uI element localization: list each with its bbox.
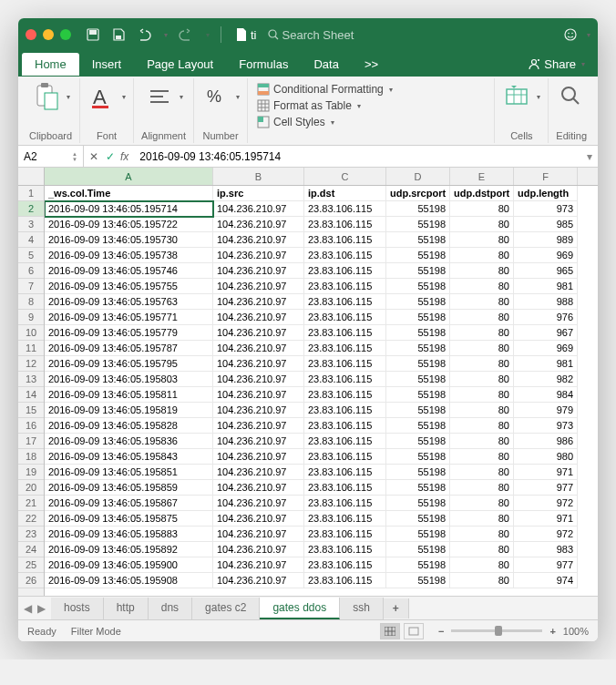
row-header[interactable]: 26 (18, 573, 44, 588)
row-header[interactable]: 3 (18, 217, 44, 232)
cell[interactable]: 972 (514, 496, 578, 511)
cell[interactable]: 104.236.210.97 (213, 279, 304, 294)
row-header[interactable]: 24 (18, 542, 44, 557)
cell[interactable]: 2016-09-09 13:46:05.195722 (45, 217, 213, 232)
cell[interactable]: 23.83.106.115 (304, 341, 386, 356)
row-header[interactable]: 2 (18, 201, 44, 217)
cell[interactable]: 967 (514, 325, 578, 341)
cell[interactable]: 104.236.210.97 (213, 217, 304, 232)
row-header[interactable]: 13 (18, 372, 44, 387)
font-button[interactable]: A (87, 82, 117, 111)
cell[interactable]: 2016-09-09 13:46:05.195730 (45, 232, 213, 248)
cell[interactable]: 23.83.106.115 (304, 527, 386, 542)
row-header[interactable]: 15 (18, 403, 44, 418)
font-caret[interactable]: ▾ (122, 93, 126, 101)
cell[interactable]: 55198 (386, 542, 450, 557)
accept-formula-icon[interactable]: ✓ (106, 150, 115, 163)
cell[interactable]: 2016-09-09 13:46:05.195867 (45, 496, 213, 511)
cell[interactable]: 80 (450, 310, 514, 325)
alignment-caret[interactable]: ▾ (180, 93, 183, 101)
cell[interactable]: 104.236.210.97 (213, 449, 304, 465)
feedback-caret[interactable]: ▾ (587, 31, 590, 39)
cell[interactable]: 104.236.210.97 (213, 542, 304, 557)
cell[interactable]: 2016-09-09 13:46:05.195883 (45, 527, 213, 542)
share-button[interactable]: Share ▾ (518, 53, 594, 76)
cell[interactable]: 2016-09-09 13:46:05.195803 (45, 372, 213, 387)
tab-more[interactable]: >> (352, 53, 391, 76)
cell[interactable]: 55198 (386, 325, 450, 341)
cell[interactable]: 104.236.210.97 (213, 325, 304, 341)
column-header-C[interactable]: C (304, 168, 386, 185)
cell[interactable]: 965 (514, 263, 578, 279)
sheet-tab-dns[interactable]: dns (149, 598, 192, 619)
cell[interactable]: 55198 (386, 573, 450, 588)
cell[interactable]: 104.236.210.97 (213, 480, 304, 496)
row-header[interactable]: 7 (18, 279, 44, 294)
cell[interactable]: 80 (450, 279, 514, 294)
cell[interactable]: 23.83.106.115 (304, 248, 386, 263)
cell[interactable]: 104.236.210.97 (213, 372, 304, 387)
row-header[interactable]: 11 (18, 341, 44, 356)
cell[interactable]: 981 (514, 356, 578, 372)
sheet-nav-prev[interactable]: ◀ (24, 602, 32, 615)
fx-label[interactable]: fx (120, 150, 128, 163)
cell[interactable]: 55198 (386, 232, 450, 248)
row-header[interactable]: 14 (18, 387, 44, 403)
cell[interactable]: 55198 (386, 294, 450, 310)
cell[interactable]: 104.236.210.97 (213, 201, 304, 217)
cell[interactable]: 2016-09-09 13:46:05.195875 (45, 511, 213, 527)
cell[interactable]: 104.236.210.97 (213, 310, 304, 325)
cell[interactable]: 979 (514, 403, 578, 418)
cell[interactable]: 104.236.210.97 (213, 496, 304, 511)
cell[interactable]: udp.srcport (386, 186, 450, 201)
row-header[interactable]: 1 (18, 186, 44, 201)
cell[interactable]: 55198 (386, 527, 450, 542)
cell[interactable]: 23.83.106.115 (304, 201, 386, 217)
cell[interactable]: 104.236.210.97 (213, 465, 304, 480)
cell[interactable]: 986 (514, 434, 578, 449)
redo-menu-caret[interactable]: ▾ (206, 31, 210, 39)
cell[interactable]: 104.236.210.97 (213, 527, 304, 542)
cell[interactable]: 80 (450, 341, 514, 356)
paste-button[interactable] (32, 82, 61, 111)
cell[interactable]: 23.83.106.115 (304, 263, 386, 279)
cell[interactable]: 2016-09-09 13:46:05.195779 (45, 325, 213, 341)
cell[interactable]: 104.236.210.97 (213, 341, 304, 356)
cell[interactable]: 55198 (386, 449, 450, 465)
cell[interactable]: 80 (450, 418, 514, 434)
cell[interactable]: 977 (514, 557, 578, 573)
cells-caret[interactable]: ▾ (537, 93, 540, 101)
cell[interactable]: 2016-09-09 13:46:05.195738 (45, 248, 213, 263)
cell[interactable]: 985 (514, 217, 578, 232)
zoom-out-button[interactable]: − (438, 626, 444, 637)
cell[interactable]: 23.83.106.115 (304, 372, 386, 387)
redo-icon[interactable] (179, 27, 193, 42)
row-header[interactable]: 4 (18, 232, 44, 248)
row-header[interactable]: 16 (18, 418, 44, 434)
cell[interactable]: 23.83.106.115 (304, 557, 386, 573)
cell[interactable]: 2016-09-09 13:46:05.195714 (45, 201, 213, 217)
cell[interactable]: 980 (514, 449, 578, 465)
row-header[interactable]: 25 (18, 557, 44, 573)
cell[interactable]: 2016-09-09 13:46:05.195811 (45, 387, 213, 403)
cell-styles-button[interactable]: Cell Styles▾ (255, 115, 395, 129)
cell[interactable]: 104.236.210.97 (213, 294, 304, 310)
cell[interactable]: 984 (514, 387, 578, 403)
cell[interactable]: 2016-09-09 13:46:05.195828 (45, 418, 213, 434)
zoom-button[interactable] (60, 29, 71, 40)
cell[interactable]: 55198 (386, 496, 450, 511)
cell[interactable]: 971 (514, 511, 578, 527)
cell[interactable]: 55198 (386, 403, 450, 418)
zoom-in-button[interactable]: + (549, 626, 555, 637)
cell[interactable]: 974 (514, 573, 578, 588)
cell[interactable]: 23.83.106.115 (304, 325, 386, 341)
formula-expand-caret[interactable]: ▾ (581, 150, 598, 163)
tab-formulas[interactable]: Formulas (226, 53, 301, 76)
cell[interactable]: 80 (450, 527, 514, 542)
cell[interactable]: 104.236.210.97 (213, 511, 304, 527)
row-header[interactable]: 9 (18, 310, 44, 325)
cell[interactable]: 80 (450, 248, 514, 263)
cell[interactable]: 23.83.106.115 (304, 232, 386, 248)
cell[interactable]: 989 (514, 232, 578, 248)
cells-button[interactable] (502, 82, 531, 111)
